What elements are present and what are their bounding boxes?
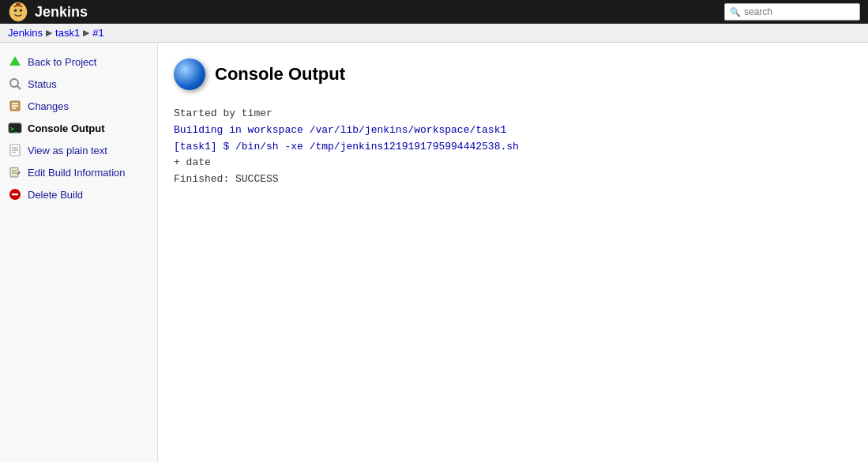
svg-marker-4 xyxy=(9,56,21,66)
edit-icon xyxy=(8,165,22,179)
app-logo: Jenkins xyxy=(8,2,88,22)
sidebar: Back to Project Status Changes xyxy=(0,43,158,462)
console-output: Started by timer Building in workspace /… xyxy=(174,106,852,188)
breadcrumb-task1[interactable]: task1 xyxy=(55,27,80,39)
console-line: + date xyxy=(174,155,852,171)
svg-point-1 xyxy=(14,9,17,12)
sidebar-label-back-to-project: Back to Project xyxy=(28,56,96,68)
sidebar-item-console-output[interactable]: >_ Console Output xyxy=(0,117,157,139)
svg-point-5 xyxy=(10,79,18,87)
svg-rect-17 xyxy=(10,168,18,177)
breadcrumb: Jenkins ▶ task1 ▶ #1 xyxy=(0,24,868,43)
sidebar-item-back-to-project[interactable]: Back to Project xyxy=(0,51,157,73)
console-line: Building in workspace /var/lib/jenkins/w… xyxy=(174,122,852,139)
search-icon: 🔍 xyxy=(730,7,741,17)
jenkins-logo-icon xyxy=(8,2,28,22)
plaintext-icon xyxy=(8,143,22,157)
breadcrumb-arrow-2: ▶ xyxy=(83,28,89,38)
page-title: Console Output xyxy=(215,64,345,85)
breadcrumb-jenkins[interactable]: Jenkins xyxy=(8,27,43,39)
breadcrumb-build-number[interactable]: #1 xyxy=(92,27,103,39)
sidebar-label-delete-build: Delete Build xyxy=(28,189,83,201)
sidebar-item-changes[interactable]: Changes xyxy=(0,95,157,117)
delete-icon xyxy=(8,187,22,201)
console-line: Started by timer xyxy=(174,106,852,122)
console-icon: >_ xyxy=(8,121,22,135)
sidebar-item-status[interactable]: Status xyxy=(0,73,157,95)
main-layout: Back to Project Status Changes xyxy=(0,43,868,462)
svg-line-6 xyxy=(17,86,21,89)
main-content: Console Output Started by timer Building… xyxy=(158,43,868,462)
app-title: Jenkins xyxy=(35,4,88,21)
sidebar-label-edit-build-information: Edit Build Information xyxy=(28,167,126,179)
console-ball-icon xyxy=(174,58,205,90)
sidebar-label-view-as-plain-text: View as plain text xyxy=(28,145,107,156)
content-header: Console Output xyxy=(174,58,852,90)
sidebar-item-delete-build[interactable]: Delete Build xyxy=(0,183,157,205)
console-line: Finished: SUCCESS xyxy=(174,171,852,188)
changes-icon xyxy=(8,99,22,113)
sidebar-label-console-output: Console Output xyxy=(28,122,105,134)
search-box[interactable]: 🔍 xyxy=(724,3,860,21)
svg-rect-3 xyxy=(16,3,20,6)
svg-point-2 xyxy=(20,9,22,12)
sidebar-item-edit-build-information[interactable]: Edit Build Information xyxy=(0,161,157,183)
status-icon xyxy=(8,77,22,91)
breadcrumb-arrow-1: ▶ xyxy=(46,28,52,38)
app-header: Jenkins 🔍 xyxy=(0,0,868,24)
arrow-up-icon xyxy=(8,55,22,69)
console-line: [task1] $ /bin/sh -xe /tmp/jenkins121919… xyxy=(174,139,852,156)
sidebar-label-status: Status xyxy=(28,78,57,90)
search-input[interactable] xyxy=(744,6,855,17)
sidebar-item-view-as-plain-text[interactable]: View as plain text xyxy=(0,139,157,161)
svg-text:>_: >_ xyxy=(10,126,18,133)
sidebar-label-changes: Changes xyxy=(28,100,69,112)
